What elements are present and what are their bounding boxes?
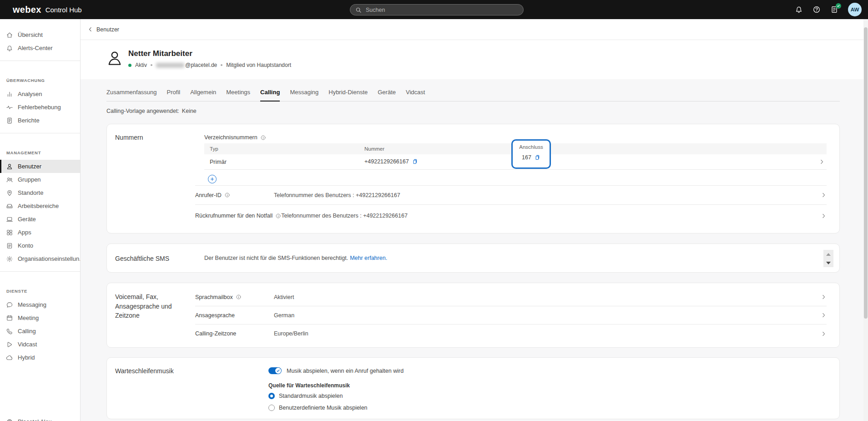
avatar[interactable]: AW	[848, 3, 862, 16]
emergency-callback-row[interactable]: Rückrufnummer für den Notfall Telefonnum…	[195, 205, 827, 227]
caller-id-label-wrap: Anrufer-ID	[195, 192, 274, 198]
sidebar-item-label: Alerts-Center	[18, 45, 53, 51]
separator-dot	[221, 64, 222, 66]
spinner-control	[823, 250, 833, 267]
tab-vidcast[interactable]: Vidcast	[406, 89, 425, 101]
setting-label-wrap: Calling-Zeitzone	[195, 330, 274, 337]
scrollbar-thumb[interactable]	[864, 27, 868, 319]
caret-down-icon	[826, 262, 831, 264]
radio-option-standardmusik-abspielen[interactable]: Standardmusik abspielen	[268, 393, 343, 399]
home-icon	[6, 31, 13, 39]
email-redacted	[156, 63, 184, 68]
caller-id-row[interactable]: Anrufer-ID Telefonnummer des Benutzers :…	[195, 186, 827, 204]
search-input[interactable]: Suchen	[350, 4, 524, 15]
sidebar-item-meeting[interactable]: Meeting	[0, 311, 80, 325]
add-number-button[interactable]	[208, 175, 217, 183]
caller-id-value: Telefonnummer des Benutzers : +492212926…	[274, 192, 400, 198]
sidebar-item-label: Benutzer	[18, 163, 41, 170]
calling-template-value: Keine	[182, 108, 197, 114]
chevron-right-icon[interactable]	[821, 192, 827, 198]
radio-selected-icon[interactable]	[268, 393, 275, 399]
meeting-icon	[6, 314, 13, 322]
top-bar: webex Control Hub Suchen AW	[0, 0, 868, 19]
whats-new-icon[interactable]	[830, 5, 838, 14]
messaging-icon	[6, 301, 13, 309]
info-icon[interactable]	[224, 192, 230, 198]
tab-zusammenfassung[interactable]: Zusammenfassung	[106, 89, 157, 101]
setting-row-ansagesprache[interactable]: AnsagespracheGerman	[195, 306, 827, 325]
sidebar-item-fehlerbehebung[interactable]: Fehlerbehebung	[0, 101, 80, 114]
sidebar-item-label: Organisationseinstellun...	[18, 255, 81, 262]
info-icon[interactable]	[260, 135, 266, 141]
sidebar-item-hybrid[interactable]: Hybrid	[0, 351, 80, 364]
sidebar-item-label: Meeting	[18, 314, 39, 321]
learn-more-link[interactable]: Mehr erfahren.	[350, 255, 387, 261]
sidebar-item-konto[interactable]: Konto	[0, 239, 80, 252]
anschluss-highlight-box: Anschluss 167	[511, 139, 551, 169]
tab-allgemein[interactable]: Allgemein	[190, 89, 216, 101]
sidebar-item-placetel-alex[interactable]: Placetel Alex	[0, 415, 81, 421]
copy-icon[interactable]	[534, 154, 540, 161]
tab-calling[interactable]: Calling	[260, 89, 280, 101]
sidebar-item-geräte[interactable]: Geräte	[0, 213, 80, 226]
sidebar-item-benutzer[interactable]: Benutzer	[0, 160, 80, 173]
directory-numbers-label: Verzeichnisnummern	[204, 134, 257, 141]
sidebar-item-label: Geräte	[18, 216, 36, 223]
hybrid-icon	[6, 354, 13, 361]
account-icon	[6, 242, 13, 249]
scroll-up-button[interactable]	[823, 250, 833, 259]
tab-messaging[interactable]: Messaging	[290, 89, 318, 101]
scroll-down-button[interactable]	[823, 259, 833, 267]
apps-icon	[6, 229, 13, 236]
sidebar-bottom-item: Placetel Alex	[0, 415, 81, 421]
sidebar-item-standorte[interactable]: Standorte	[0, 186, 80, 199]
phone-number: +4922129266167	[364, 158, 409, 165]
check-badge-icon	[836, 3, 841, 9]
sidebar-item-berichte[interactable]: Berichte	[0, 114, 80, 127]
setting-row-calling-zeitzone[interactable]: Calling-ZeitzoneEurope/Berlin	[195, 325, 827, 343]
tab-geräte[interactable]: Geräte	[378, 89, 396, 101]
sidebar-item-organisationseinstellun[interactable]: Organisationseinstellun...	[0, 252, 80, 265]
emergency-callback-label-wrap: Rückrufnummer für den Notfall	[195, 213, 281, 219]
music-toggle[interactable]	[268, 367, 282, 374]
divider	[0, 61, 80, 61]
sidebar-item-alerts-center[interactable]: Alerts-Center	[0, 41, 80, 55]
voicemail-card-title: Voicemail, Fax, Ansagesprache und Zeitzo…	[115, 292, 186, 320]
sidebar-item-apps[interactable]: Apps	[0, 226, 80, 239]
sidebar-item-übersicht[interactable]: Übersicht	[0, 28, 80, 41]
column-typ: Typ	[210, 146, 218, 152]
info-icon[interactable]	[275, 213, 281, 219]
radio-unselected-icon[interactable]	[268, 405, 275, 411]
search-icon	[355, 7, 362, 13]
sidebar-item-arbeitsbereiche[interactable]: Arbeitsbereiche	[0, 199, 80, 213]
tab-hybrid-dienste[interactable]: Hybrid-Dienste	[328, 89, 368, 101]
sidebar-item-gruppen[interactable]: Gruppen	[0, 173, 80, 186]
info-icon[interactable]	[236, 294, 242, 300]
sidebar-item-messaging[interactable]: Messaging	[0, 298, 80, 311]
sidebar-item-label: Arbeitsbereiche	[18, 203, 59, 209]
chevron-left-icon[interactable]	[87, 26, 93, 32]
user-membership: Mitglied von Hauptstandort	[226, 62, 291, 68]
chevron-right-icon[interactable]	[819, 159, 825, 165]
sidebar-item-label: Placetel Alex	[18, 418, 51, 421]
chevron-right-icon[interactable]	[821, 312, 827, 318]
radio-option-benutzerdefinierte-musik-abspielen[interactable]: Benutzerdefinierte Musik abspielen	[268, 405, 368, 411]
help-icon[interactable]	[812, 5, 821, 14]
notifications-icon[interactable]	[795, 5, 803, 14]
chevron-right-icon[interactable]	[821, 331, 827, 337]
breadcrumb-back-link[interactable]: Benutzer	[96, 26, 119, 33]
sidebar-item-calling[interactable]: Calling	[0, 325, 80, 338]
sidebar-item-analysen[interactable]: Analysen	[0, 87, 80, 101]
content-area: ZusammenfassungProfilAllgemeinMeetingsCa…	[81, 79, 868, 421]
sidebar-item-vidcast[interactable]: Vidcast	[0, 338, 80, 351]
chevron-right-icon[interactable]	[821, 213, 827, 219]
search-placeholder: Suchen	[366, 7, 385, 13]
groups-icon	[6, 176, 13, 183]
music-on-hold-card: Warteschleifenmusik Musik abspielen, wen…	[106, 357, 840, 419]
copy-icon[interactable]	[412, 158, 418, 165]
analytics-icon	[6, 91, 13, 98]
tab-profil[interactable]: Profil	[167, 89, 181, 101]
chevron-right-icon[interactable]	[821, 294, 827, 300]
setting-row-sprachmailbox[interactable]: SprachmailboxAktiviert	[195, 288, 827, 306]
tab-meetings[interactable]: Meetings	[226, 89, 250, 101]
